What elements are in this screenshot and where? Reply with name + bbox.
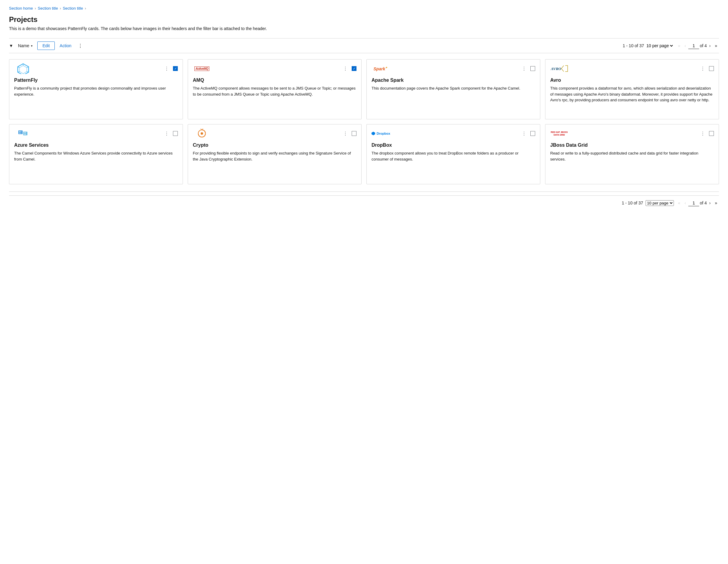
- bottom-divider: [9, 192, 719, 192]
- card-header-left-dropbox: Dropbox: [372, 128, 390, 139]
- card-checkbox-avro[interactable]: [709, 66, 714, 71]
- card-header-dropbox: Dropbox⋮: [367, 125, 540, 143]
- card-amq: ActiveMQ⋮✓AMQThe ActiveMQ component allo…: [188, 59, 362, 119]
- card-title-amq: AMQ: [193, 78, 356, 83]
- card-azure-services: ⋮Azure ServicesThe Camel Components for …: [9, 124, 183, 184]
- bottom-pagination-prev[interactable]: ‹: [683, 199, 688, 207]
- svg-rect-13: [20, 133, 21, 134]
- card-logo-dropbox: Dropbox: [372, 128, 390, 139]
- svg-rect-17: [24, 134, 25, 135]
- card-header-azure-services: ⋮: [9, 125, 183, 143]
- card-jboss-data-grid: RED HAT JBOSSDATA GRID⋮JBoss Data GridRe…: [545, 124, 719, 184]
- bottom-pagination-input[interactable]: [688, 200, 699, 206]
- card-desc-patternfly: PatternFly is a community project that p…: [14, 85, 178, 97]
- card-header-right-patternfly: ⋮✓: [163, 65, 178, 72]
- filter-caret-icon: ▾: [31, 44, 32, 48]
- svg-rect-15: [24, 132, 25, 133]
- card-desc-apache-spark: This documentation page covers the Apach…: [372, 85, 535, 91]
- svg-rect-18: [25, 134, 26, 135]
- card-title-jboss-data-grid: JBoss Data Grid: [550, 143, 714, 148]
- card-body-crypto: CryptoFor providing flexible endpoints t…: [188, 143, 361, 184]
- card-checkbox-azure-services[interactable]: [173, 131, 178, 136]
- card-header-right-avro: ⋮: [699, 65, 714, 72]
- card-header-amq: ActiveMQ⋮✓: [188, 60, 361, 78]
- card-checkbox-dropbox[interactable]: [530, 131, 535, 136]
- bottom-pagination-range: 1 - 10 of 37: [622, 201, 643, 205]
- card-logo-azure-services: [14, 128, 32, 139]
- card-header-left-avro: AVRO: [550, 63, 568, 74]
- breadcrumb-section1[interactable]: Section title: [38, 6, 58, 11]
- bottom-pagination-nav: « ‹ of 4 › »: [676, 199, 719, 207]
- card-title-azure-services: Azure Services: [14, 143, 178, 148]
- toolbar-kebab-button[interactable]: ⋮: [76, 42, 85, 50]
- checkmark-icon: ✓: [174, 67, 177, 71]
- card-title-avro: Avro: [550, 78, 714, 83]
- bottom-pagination-of: of 4: [700, 201, 707, 205]
- card-logo-avro: AVRO: [550, 63, 568, 74]
- breadcrumb-sep-3: ›: [85, 6, 86, 11]
- pagination-info: 1 - 10 of 37 10 per page 20 per page 50 …: [623, 42, 719, 49]
- bottom-pagination-first[interactable]: «: [676, 199, 682, 207]
- card-kebab-dropbox[interactable]: ⋮: [520, 130, 528, 137]
- breadcrumb: Section home › Section title › Section t…: [9, 6, 719, 11]
- breadcrumb-sep-2: ›: [60, 6, 61, 11]
- card-checkbox-patternfly[interactable]: ✓: [173, 66, 178, 71]
- card-body-avro: AvroThis component provides a dataformat…: [545, 78, 719, 119]
- card-crypto: ⋮CryptoFor providing flexible endpoints …: [188, 124, 362, 184]
- card-header-avro: AVRO ⋮: [545, 60, 719, 78]
- pagination-page-input[interactable]: [688, 43, 699, 49]
- card-patternfly: ⋮✓PatternFlyPatternFly is a community pr…: [9, 59, 183, 119]
- bottom-pagination-last[interactable]: »: [713, 199, 719, 207]
- card-body-dropbox: DropBoxThe dropbox component allows you …: [367, 143, 540, 184]
- pagination-next-button[interactable]: ›: [708, 42, 713, 49]
- pagination-first-button[interactable]: «: [676, 42, 682, 49]
- card-header-left-apache-spark: Spark✦: [372, 63, 390, 74]
- card-kebab-amq[interactable]: ⋮: [342, 65, 349, 72]
- card-desc-dropbox: The dropbox component allows you to trea…: [372, 150, 535, 162]
- action-button[interactable]: Action: [57, 42, 74, 49]
- card-checkbox-crypto[interactable]: [352, 131, 356, 136]
- card-kebab-avro[interactable]: ⋮: [699, 65, 707, 72]
- bottom-per-page-select[interactable]: 10 per page 20 per page: [646, 200, 674, 206]
- card-title-apache-spark: Apache Spark: [372, 78, 535, 83]
- card-kebab-azure-services[interactable]: ⋮: [163, 130, 171, 137]
- svg-marker-1: [20, 66, 27, 74]
- svg-rect-10: [19, 131, 20, 132]
- card-apache-spark: Spark✦⋮Apache SparkThis documentation pa…: [366, 59, 540, 119]
- breadcrumb-home[interactable]: Section home: [9, 6, 33, 11]
- card-logo-crypto: [193, 128, 211, 139]
- card-desc-crypto: For providing flexible endpoints to sign…: [193, 150, 356, 162]
- pagination-prev-button[interactable]: ‹: [683, 42, 688, 49]
- bottom-pagination: 1 - 10 of 37 10 per page 20 per page « ‹…: [9, 196, 719, 207]
- card-header-right-jboss-data-grid: ⋮: [699, 130, 714, 137]
- card-logo-jboss-data-grid: RED HAT JBOSSDATA GRID: [550, 128, 568, 139]
- cards-grid: ⋮✓PatternFlyPatternFly is a community pr…: [9, 59, 719, 184]
- card-kebab-apache-spark[interactable]: ⋮: [520, 65, 528, 72]
- card-title-dropbox: DropBox: [372, 143, 535, 148]
- edit-button[interactable]: Edit: [37, 42, 55, 50]
- bottom-pagination-next[interactable]: ›: [708, 199, 713, 207]
- card-kebab-jboss-data-grid[interactable]: ⋮: [699, 130, 707, 137]
- card-kebab-patternfly[interactable]: ⋮: [163, 65, 171, 72]
- pagination-last-button[interactable]: »: [713, 42, 719, 49]
- card-title-patternfly: PatternFly: [14, 78, 178, 83]
- card-checkbox-apache-spark[interactable]: [530, 66, 535, 71]
- card-checkbox-amq[interactable]: ✓: [352, 66, 356, 71]
- card-desc-amq: The ActiveMQ component allows messages t…: [193, 85, 356, 97]
- card-header-right-azure-services: ⋮: [163, 130, 178, 137]
- card-body-patternfly: PatternFlyPatternFly is a community proj…: [9, 78, 183, 119]
- card-kebab-crypto[interactable]: ⋮: [342, 130, 349, 137]
- svg-rect-16: [25, 132, 26, 133]
- card-checkbox-jboss-data-grid[interactable]: [709, 131, 714, 136]
- filter-name-button[interactable]: Name ▾: [16, 42, 35, 49]
- card-header-right-amq: ⋮✓: [342, 65, 356, 72]
- svg-rect-11: [20, 131, 21, 132]
- filter-icon: ▼: [9, 43, 13, 48]
- card-header-right-apache-spark: ⋮: [520, 65, 535, 72]
- pagination-per-page-select[interactable]: 10 per page 20 per page 50 per page: [645, 43, 674, 48]
- page-title: Projects: [9, 15, 719, 24]
- card-body-azure-services: Azure ServicesThe Camel Components for W…: [9, 143, 183, 184]
- pagination-nav: « ‹ of 4 › »: [676, 42, 719, 49]
- breadcrumb-section2[interactable]: Section title: [63, 6, 83, 11]
- card-header-left-amq: ActiveMQ: [193, 63, 211, 74]
